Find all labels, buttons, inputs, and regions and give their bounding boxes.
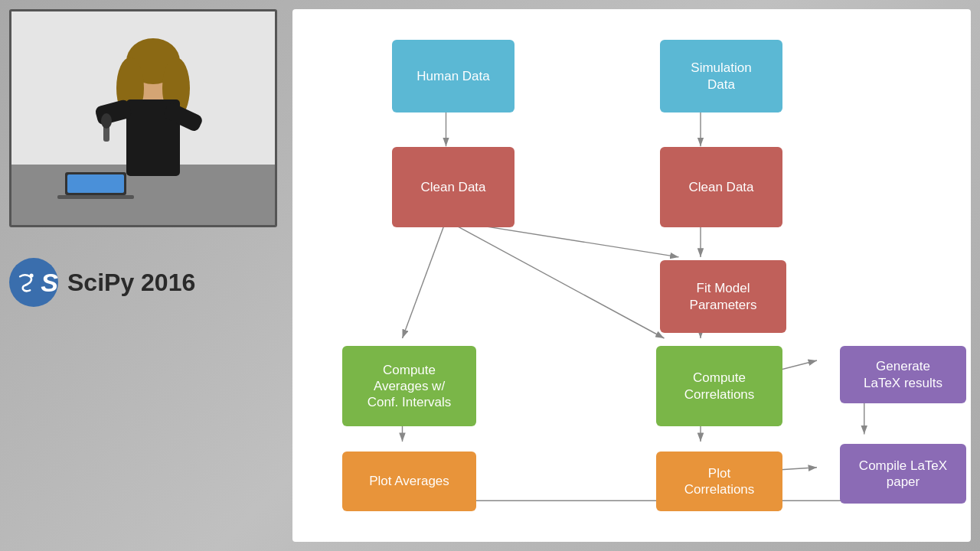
scipy-circle-icon bbox=[9, 258, 58, 307]
svg-rect-14 bbox=[67, 174, 124, 193]
webcam-view bbox=[9, 9, 277, 227]
node-clean-data-2: Clean Data bbox=[660, 147, 782, 227]
node-compute-averages: Compute Averages w/ Conf. Intervals bbox=[342, 346, 476, 426]
diagram-panel: Human Data Simulation Data Clean Data Cl… bbox=[292, 9, 971, 542]
svg-point-16 bbox=[29, 273, 33, 277]
scipy-logo-area: SciPy 2016 bbox=[9, 250, 292, 315]
node-plot-correlations: Plot Correlations bbox=[656, 452, 782, 511]
node-fit-model: Fit Model Parameters bbox=[660, 260, 786, 333]
node-generate-latex: Generate LaTeX results bbox=[840, 346, 966, 403]
app-container: SciPy 2016 bbox=[0, 0, 980, 551]
left-panel: SciPy 2016 bbox=[9, 9, 292, 542]
svg-point-11 bbox=[101, 113, 112, 129]
scipy-label: SciPy 2016 bbox=[67, 269, 195, 297]
node-plot-averages: Plot Averages bbox=[342, 452, 476, 511]
flowchart: Human Data Simulation Data Clean Data Cl… bbox=[308, 24, 948, 527]
node-simulation-data: Simulation Data bbox=[660, 40, 782, 112]
svg-rect-12 bbox=[57, 195, 134, 199]
svg-line-21 bbox=[403, 220, 446, 338]
node-compile-latex: Compile LaTeX paper bbox=[840, 444, 966, 504]
node-clean-data-1: Clean Data bbox=[392, 147, 514, 227]
node-compute-correlations: Compute Correlations bbox=[656, 346, 782, 426]
svg-line-22 bbox=[446, 220, 665, 338]
svg-point-15 bbox=[10, 268, 40, 298]
node-human-data: Human Data bbox=[392, 40, 514, 112]
